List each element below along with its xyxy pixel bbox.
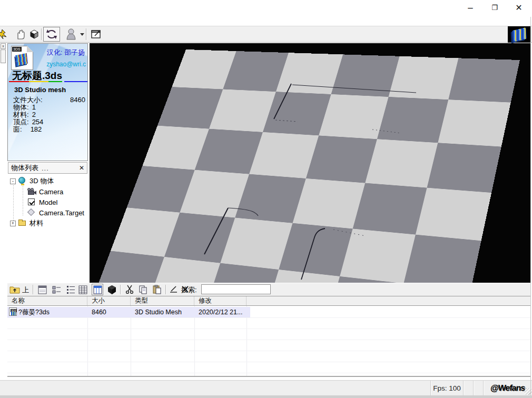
grid-line	[7, 317, 530, 318]
file-info-panel: 3DS 汉化: 邵子扬 zyshao@wri.c 无标题.3ds 3D Stud…	[7, 43, 88, 161]
3d-viewport[interactable]	[90, 43, 530, 283]
stat-value: 254	[32, 118, 44, 126]
toolbar-separator	[41, 28, 42, 40]
file-table-header: 名称 大小 类型 修改	[7, 296, 530, 306]
translator-credit: 汉化: 邵子扬	[47, 48, 85, 57]
small-icons-view-icon[interactable]	[51, 284, 62, 295]
diamond-icon	[27, 208, 36, 217]
object-list-header[interactable]: 物体列表 ... ✕	[8, 162, 87, 174]
folder-up-icon[interactable]	[9, 284, 20, 295]
rotate-icon	[45, 28, 58, 41]
file-stats: 文件大小:8460 字 物体:1 材料:2 顶点:254 面:182	[13, 96, 88, 133]
status-panel-logo: @Wefans	[484, 381, 532, 395]
file-format-label: 3D Studio mesh	[14, 86, 66, 94]
grid-line	[7, 329, 530, 329]
collapse-expander-icon[interactable]: -	[10, 178, 16, 184]
stat-label: 顶点:	[13, 118, 29, 126]
title-bar	[0, 0, 532, 17]
tree-item-camera[interactable]: Camera	[27, 186, 63, 197]
globe-icon	[18, 177, 27, 185]
file-list-area[interactable]: 3DS ?薇晏?3ds 8460 3D Studio Mesh 2020/2/1…	[7, 306, 530, 377]
3ds-file-icon: 3DS	[11, 46, 33, 70]
maximize-button[interactable]: ❐	[482, 0, 507, 16]
dock-handle[interactable]	[1, 49, 6, 63]
paste-icon[interactable]	[152, 284, 162, 295]
checkerboard-ground-plane	[94, 49, 520, 283]
stat-label: 文件大小:	[13, 96, 43, 104]
stat-value: 1	[32, 104, 36, 111]
status-panel	[464, 381, 474, 395]
cell-name: ?薇晏?3ds	[18, 307, 50, 317]
status-panel	[474, 381, 484, 395]
column-header-modified[interactable]: 修改	[194, 296, 247, 305]
window-right-edge	[530, 17, 531, 395]
menu-strip	[0, 17, 532, 26]
page-fold	[27, 46, 33, 52]
tree-item-camera-target[interactable]: Camera.Target	[27, 207, 84, 218]
folder-icon	[18, 219, 27, 227]
3ds-badge: 3DS	[12, 47, 22, 52]
stat-value: 8460 字	[70, 96, 88, 104]
status-bar: Fps: 100 @Wefans	[0, 380, 532, 395]
rotate-view-button[interactable]	[43, 27, 60, 42]
dropdown-caret-icon[interactable]	[80, 33, 84, 36]
expand-expander-icon[interactable]: +	[10, 221, 16, 226]
object-list-panel: 物体列表 ... ✕ - 3D 物体 Camera Model Camera.T…	[7, 161, 88, 283]
tree-item-label: 3D 物体	[29, 176, 54, 186]
stat-label: 材料:	[13, 111, 29, 118]
tree-item-label: Model	[39, 198, 57, 206]
column-header-type[interactable]: 类型	[131, 296, 194, 305]
minimize-button[interactable]: –	[458, 0, 482, 16]
toolbar-separator	[86, 28, 86, 40]
dock-close-button[interactable]: x	[1, 43, 6, 49]
file-browser-toolbar: 上 搜索:	[7, 283, 530, 296]
stat-value: 2	[32, 111, 36, 118]
translator-email: zyshao@wri.c	[46, 61, 86, 68]
grid-line	[7, 362, 530, 362]
close-button[interactable]: ✕	[507, 0, 531, 16]
cell-size: 8460	[92, 307, 106, 317]
large-icons-view-icon[interactable]	[37, 284, 47, 295]
tree-item-3d-objects[interactable]: - 3D 物体	[10, 176, 54, 186]
clipped-brush-icon[interactable]	[0, 28, 9, 41]
pan-hand-icon[interactable]	[14, 28, 27, 41]
object-list-title: 物体列表	[11, 163, 38, 173]
toolbar-separator	[165, 285, 166, 294]
column-header-name[interactable]: 名称	[7, 296, 87, 305]
main-toolbar	[0, 26, 532, 43]
search-label: 搜索:	[181, 285, 197, 295]
fps-counter: Fps: 100	[431, 381, 464, 395]
up-directory-label[interactable]: 上	[22, 285, 29, 295]
multicolor-underline	[9, 81, 88, 82]
grid-line	[7, 351, 530, 351]
cube-view-icon[interactable]	[106, 284, 117, 295]
panel-close-icon[interactable]: ✕	[79, 165, 84, 171]
column-header-size[interactable]: 大小	[87, 296, 131, 305]
cell-modified: 2020/2/12 21...	[199, 307, 242, 317]
tree-item-materials[interactable]: + 材料	[10, 218, 43, 228]
orbit-camera-icon[interactable]	[63, 28, 79, 41]
tree-item-model[interactable]: Model	[27, 197, 57, 207]
flip-view-icon[interactable]	[27, 28, 41, 41]
checkbox-checked-icon[interactable]	[27, 198, 36, 206]
camera-icon	[27, 187, 36, 196]
watermark-logo: @Wefans	[490, 383, 525, 393]
stat-label: 面:	[13, 126, 22, 133]
3ds-file-row-icon: 3DS	[9, 307, 17, 316]
tree-item-label: 材料	[29, 218, 43, 228]
list-view-icon[interactable]	[65, 284, 76, 295]
stat-value: 182	[31, 126, 42, 133]
dock-strip: x	[0, 43, 7, 391]
search-input[interactable]	[201, 284, 271, 294]
cut-icon[interactable]	[124, 284, 135, 295]
cube-logo-icon	[512, 27, 526, 42]
status-panel-main	[0, 381, 431, 395]
copy-icon[interactable]	[138, 284, 149, 295]
fit-window-icon[interactable]	[90, 28, 103, 41]
grid-line	[7, 340, 530, 340]
grid-line	[7, 373, 530, 373]
rename-icon[interactable]	[169, 284, 179, 295]
tree-item-label: Camera	[39, 188, 63, 196]
details-active-view-button[interactable]	[92, 284, 103, 295]
details-view-icon[interactable]	[77, 284, 88, 295]
